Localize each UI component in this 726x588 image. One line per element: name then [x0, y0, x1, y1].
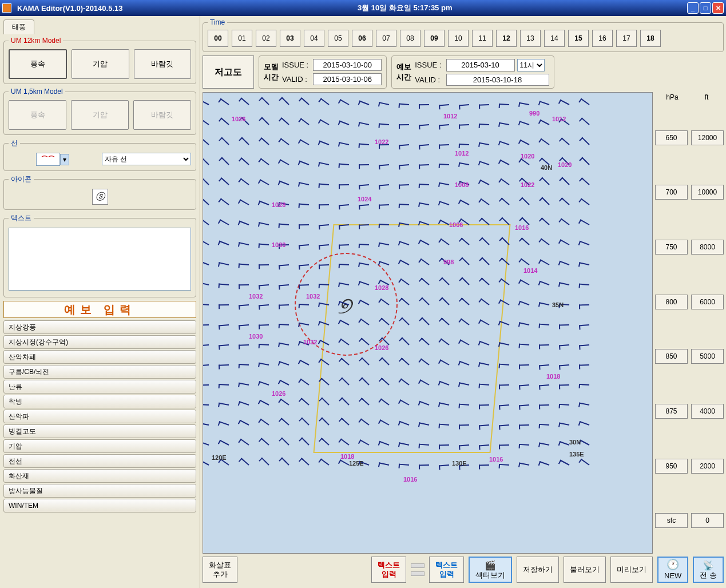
wind-barb: [259, 222, 269, 225]
typhoon-icon: ୭: [338, 293, 351, 319]
time-button-06[interactable]: 06: [352, 30, 372, 47]
hpa-button-1[interactable]: 700: [655, 185, 688, 200]
wind-barb: [300, 379, 310, 386]
text-input-button-1[interactable]: 텍스트 입력: [371, 557, 406, 583]
wind-barb: [300, 139, 310, 145]
sidebar-item-9[interactable]: 전선: [3, 454, 196, 468]
sector-view-button[interactable]: 🎬 섹터보기: [469, 557, 512, 583]
time-button-03[interactable]: 03: [280, 30, 300, 47]
wind-barb: [521, 197, 529, 205]
text-input-button-2[interactable]: 텍스트 입력: [429, 557, 464, 583]
sidebar-item-11[interactable]: 방사능물질: [3, 484, 196, 498]
time-button-07[interactable]: 07: [376, 30, 396, 47]
wind-barb: [539, 424, 549, 426]
new-button[interactable]: 🕐 NEW: [657, 557, 688, 583]
wind-barb: [203, 304, 209, 305]
send-button[interactable]: 📡 전 송: [693, 557, 724, 583]
hpa-button-7[interactable]: sfc: [655, 513, 688, 528]
isobar-label: 1012: [552, 116, 566, 122]
time-button-17[interactable]: 17: [616, 30, 637, 47]
arrow-add-button[interactable]: 화살표 추가: [203, 557, 237, 583]
time-button-15[interactable]: 15: [568, 30, 589, 47]
time-button-11[interactable]: 11: [472, 30, 493, 47]
time-button-16[interactable]: 16: [592, 30, 613, 47]
time-button-18[interactable]: 18: [640, 30, 661, 47]
wind-barb: [499, 464, 509, 466]
preview-button[interactable]: 미리보기: [610, 557, 653, 583]
isobar-label: 1008: [455, 181, 469, 188]
ft-button-0[interactable]: 12000: [691, 130, 724, 145]
icon-select-button[interactable]: ⓢ: [92, 189, 108, 205]
sidebar-item-7[interactable]: 빙결고도: [3, 424, 196, 438]
ft-button-3[interactable]: 6000: [691, 295, 724, 309]
hpa-button-4[interactable]: 850: [655, 349, 688, 364]
sidebar-item-8[interactable]: 기압: [3, 439, 196, 453]
time-button-08[interactable]: 08: [400, 30, 420, 47]
hpa-button-3[interactable]: 800: [655, 295, 688, 309]
hpa-button-6[interactable]: 950: [655, 459, 688, 474]
btn-pressure-12[interactable]: 기압: [72, 49, 129, 79]
sidebar-item-10[interactable]: 화산재: [3, 469, 196, 483]
time-button-14[interactable]: 14: [544, 30, 565, 47]
text-group: 텍스트: [3, 213, 196, 297]
close-button[interactable]: ✕: [712, 2, 724, 14]
time-button-13[interactable]: 13: [520, 30, 541, 47]
wind-barb: [219, 384, 229, 386]
maximize-button[interactable]: □: [700, 2, 711, 14]
time-button-09[interactable]: 09: [424, 30, 445, 47]
sidebar-item-6[interactable]: 산악파: [3, 410, 196, 423]
minimize-button[interactable]: _: [687, 2, 699, 14]
wind-barb: [281, 438, 289, 446]
wind-barb: [299, 264, 309, 266]
save-button[interactable]: 저장하기: [517, 557, 559, 583]
ft-button-5[interactable]: 4000: [691, 404, 724, 419]
btn-windbarb-15[interactable]: 바람깃: [133, 100, 191, 130]
wind-barb: [280, 138, 289, 145]
ft-button-1[interactable]: 10000: [691, 185, 724, 200]
time-button-04[interactable]: 04: [304, 30, 324, 47]
ft-button-6[interactable]: 2000: [691, 459, 724, 474]
altitude-button[interactable]: 저고도: [203, 55, 254, 89]
time-button-05[interactable]: 05: [328, 30, 348, 47]
sidebar-item-1[interactable]: 지상시정(강수구역): [3, 335, 196, 349]
sidebar-item-4[interactable]: 난류: [3, 380, 196, 394]
line-symbol-select[interactable]: ⌒⌒: [36, 153, 60, 166]
wind-barb: [280, 399, 289, 406]
ft-button-7[interactable]: 0: [691, 513, 724, 528]
sidebar-item-0[interactable]: 지상강풍: [3, 320, 196, 334]
map-canvas[interactable]: ୭ 10261022102410281030103210321028103010…: [203, 92, 653, 554]
time-button-10[interactable]: 10: [448, 30, 469, 47]
wind-barb: [539, 344, 549, 345]
hpa-button-0[interactable]: 650: [655, 130, 688, 145]
hpa-button-5[interactable]: 875: [655, 404, 688, 419]
forecast-input-button[interactable]: 예보 입력: [3, 301, 196, 318]
ft-button-4[interactable]: 5000: [691, 349, 724, 364]
tab-typhoon[interactable]: 태풍: [3, 19, 34, 34]
wind-barb: [301, 458, 310, 466]
time-button-12[interactable]: 12: [496, 30, 517, 47]
isobar-label: 1022: [521, 181, 534, 188]
wind-barb: [219, 364, 229, 366]
isobar-label: 1026: [375, 344, 388, 351]
time-button-00[interactable]: 00: [208, 30, 228, 47]
sidebar-item-12[interactable]: WIN/TEM: [3, 499, 196, 512]
load-button[interactable]: 불러오기: [564, 557, 606, 583]
wind-barb: [579, 364, 589, 366]
wind-barb: [259, 284, 269, 286]
sidebar-item-3[interactable]: 구름/CB/뇌전: [3, 365, 196, 379]
line-type-select[interactable]: 자유 선: [102, 153, 192, 165]
btn-windspeed-12[interactable]: 풍속: [9, 49, 67, 79]
fcst-hour-select[interactable]: 11시: [517, 59, 545, 71]
time-button-02[interactable]: 02: [256, 30, 276, 47]
ft-button-2[interactable]: 8000: [691, 240, 724, 255]
btn-windbarb-12[interactable]: 바람깃: [134, 49, 191, 79]
btn-pressure-15[interactable]: 기압: [71, 100, 129, 130]
time-button-01[interactable]: 01: [232, 30, 252, 47]
wind-barb: [561, 218, 570, 225]
wind-barb: [480, 180, 490, 185]
text-input[interactable]: [9, 228, 191, 291]
sidebar-item-2[interactable]: 산악차폐: [3, 350, 196, 364]
sidebar-item-5[interactable]: 착빙: [3, 395, 196, 408]
btn-windspeed-15[interactable]: 풍속: [9, 100, 66, 130]
hpa-button-2[interactable]: 750: [655, 240, 688, 255]
